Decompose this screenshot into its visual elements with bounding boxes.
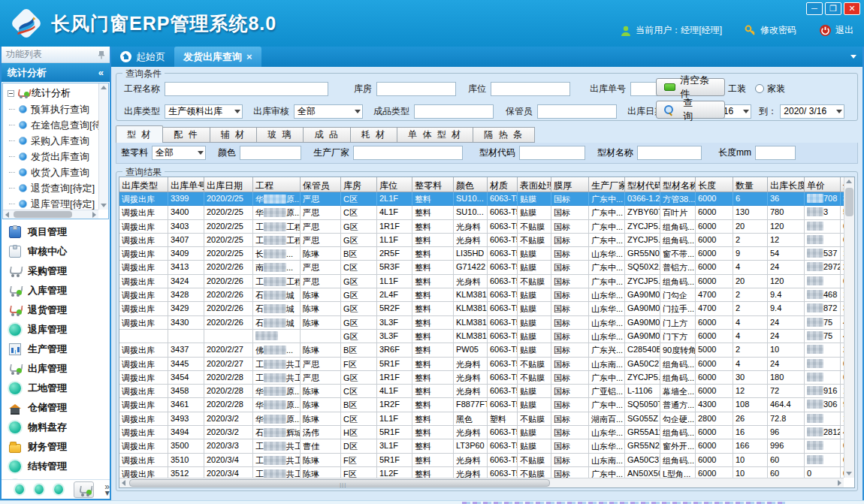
table-row[interactable]: G区3L3F整料KLM38176063-T5贴膜国标山东华...GA90M09.… bbox=[119, 330, 844, 343]
scroll-up-icon[interactable] bbox=[846, 180, 852, 183]
footer-more-button[interactable]: »▾ bbox=[104, 484, 110, 496]
keeper-input[interactable] bbox=[537, 104, 617, 119]
scroll-up-icon[interactable] bbox=[101, 86, 107, 89]
material-tab-成品[interactable]: 成 品 bbox=[304, 127, 350, 143]
column-header-材质[interactable]: 材质 bbox=[488, 177, 518, 192]
table-row[interactable]: 调拨出库34942020/3/2石辉城汤伟H区5R1F整料光身料6063-T5贴… bbox=[119, 426, 844, 439]
table-row[interactable]: 调拨出库34002020/2/25华原...严思C区4L1F整料SU10...6… bbox=[119, 206, 844, 219]
table-row[interactable]: 调拨出库34612020/2/28华原...陈琳B区1R2F整料F8877FT6… bbox=[119, 398, 844, 412]
column-header-生产厂家[interactable]: 生产厂家 bbox=[589, 177, 625, 192]
out-type-select[interactable]: 生产领料出库 bbox=[165, 104, 243, 119]
scroll-down-icon[interactable] bbox=[101, 204, 107, 207]
column-header-出库单号[interactable]: 出库单号 bbox=[168, 177, 204, 192]
table-row[interactable]: 调拨出库34372020/2/27佛...陈琳B区3R6F整料PW056063-… bbox=[119, 343, 844, 357]
tree-hscroll-thumb[interactable] bbox=[14, 211, 72, 218]
material-tab-配件[interactable]: 配 件 bbox=[163, 127, 210, 143]
sidebar-item-财务管理[interactable]: 财务管理 bbox=[2, 437, 110, 457]
search-button[interactable]: 查 询 bbox=[656, 101, 725, 119]
column-header-颜色[interactable]: 颜色 bbox=[454, 177, 488, 192]
collapse-icon[interactable]: « bbox=[98, 67, 104, 78]
footer-dot-icon[interactable] bbox=[35, 484, 44, 494]
material-tab-单体型材[interactable]: 单 体 型 材 bbox=[397, 127, 473, 143]
grid-vscroll-thumb[interactable] bbox=[845, 188, 853, 216]
clear-conditions-button[interactable]: 清空条件 bbox=[656, 78, 725, 96]
column-header-长度[interactable]: 长度 bbox=[696, 177, 733, 192]
table-row[interactable]: 调拨出库34932020/3/2华原...陈琳C区1L1F整料黑色塑料不贴膜国标… bbox=[119, 412, 844, 426]
audit-select[interactable]: 全部 bbox=[294, 104, 363, 119]
column-header-单价[interactable]: 单价 bbox=[805, 177, 841, 192]
maker-input[interactable] bbox=[353, 146, 463, 160]
material-tab-玻璃[interactable]: 玻 璃 bbox=[257, 127, 304, 143]
sidebar-group-statistics[interactable]: 统计分析 « bbox=[2, 63, 110, 82]
tab-home[interactable]: 起始页 bbox=[111, 47, 174, 67]
tree-item[interactable]: 发货出库查询 bbox=[3, 149, 108, 164]
grid-horizontal-scrollbar[interactable]: ||| bbox=[119, 478, 844, 487]
tree-item[interactable]: 采购入库查询 bbox=[3, 133, 108, 149]
column-header-型材名称[interactable]: 型材名称 bbox=[660, 177, 696, 192]
sidebar-item-仓储管理[interactable]: 仓储管理 bbox=[2, 398, 110, 418]
material-tab-辅材[interactable]: 辅 材 bbox=[210, 127, 257, 143]
color-input[interactable] bbox=[240, 146, 301, 160]
column-header-库房[interactable]: 库房 bbox=[341, 177, 377, 192]
whole-part-select[interactable]: 全部 bbox=[152, 146, 206, 160]
minimize-button[interactable]: ─ bbox=[806, 2, 823, 15]
column-header-出库类型[interactable]: 出库类型 bbox=[119, 177, 168, 192]
tree-expander-icon[interactable] bbox=[8, 90, 14, 97]
sidebar-item-采购管理[interactable]: 采购管理 bbox=[2, 261, 110, 281]
grid-hscroll-thumb[interactable]: ||| bbox=[129, 479, 550, 487]
table-row[interactable]: 调拨出库34282020/2/26石城陈琳G区2L4F整料KLM38176063… bbox=[119, 288, 844, 302]
column-header-整零料[interactable]: 整零料 bbox=[412, 177, 454, 192]
column-header-出库长度[interactable]: 出库长度 bbox=[768, 177, 805, 192]
tree-root-statistics[interactable]: 统计分析 bbox=[3, 83, 108, 101]
close-button[interactable]: ✕ bbox=[844, 2, 860, 15]
radio-home[interactable]: 家装 bbox=[755, 83, 785, 95]
sidebar-item-审核中心[interactable]: 审核中心 bbox=[2, 242, 110, 261]
tree-item[interactable]: 预算执行查询 bbox=[3, 101, 108, 117]
tabbar-dropdown-icon[interactable] bbox=[850, 55, 856, 59]
tree-item[interactable]: 收货入库查询 bbox=[3, 164, 108, 180]
project-name-input[interactable] bbox=[165, 82, 328, 96]
table-row[interactable]: 调拨出库34132020/2/26南...严思C区5R3F整料G71422606… bbox=[119, 261, 844, 274]
footer-dot-icon[interactable] bbox=[15, 484, 24, 494]
table-row[interactable]: 调拨出库34032020/2/25工工程严思G区1R1F整料光身料6063-T5… bbox=[119, 220, 844, 234]
material-tab-隔热条[interactable]: 隔 热 条 bbox=[473, 127, 535, 143]
sidebar-item-工地管理[interactable]: 工地管理 bbox=[2, 379, 110, 398]
table-row[interactable]: 调拨出库35002020/3/3工共工程曹佳D区3L1F整料LT3P606063… bbox=[119, 439, 844, 453]
sidebar-item-入库管理[interactable]: 入库管理 bbox=[2, 281, 110, 300]
table-row[interactable]: 调拨出库34582020/2/28华原...陈琳C区4L1F整料光身料6063-… bbox=[119, 385, 844, 398]
column-header-表面处理[interactable]: 表面处理 bbox=[518, 177, 551, 192]
column-header-工程[interactable]: 工程 bbox=[253, 177, 301, 192]
material-tab-型材[interactable]: 型 材 bbox=[116, 125, 163, 143]
table-row[interactable]: 调拨出库34452020/2/27工共工程严思F区5R1F整料光身料6063-T… bbox=[119, 358, 844, 371]
pin-icon[interactable] bbox=[98, 50, 105, 59]
logout-button[interactable]: 退出 bbox=[819, 24, 853, 37]
footer-dot-icon[interactable] bbox=[54, 484, 63, 494]
sidebar-item-出库管理[interactable]: 出库管理 bbox=[2, 359, 110, 379]
sidebar-item-退库管理[interactable]: 退库管理 bbox=[2, 320, 110, 340]
sidebar-item-生产管理[interactable]: 生产管理 bbox=[2, 340, 110, 359]
tree-item[interactable]: 在途信息查询[待 bbox=[3, 117, 108, 133]
column-header-型材代码[interactable]: 型材代码 bbox=[625, 177, 660, 192]
material-tab-耗材[interactable]: 耗 材 bbox=[351, 127, 397, 143]
table-row[interactable]: 调拨出库34072020/2/25工工程严思G区1L1F整料光身料6063-T5… bbox=[119, 234, 844, 247]
column-header-保管员[interactable]: 保管员 bbox=[301, 177, 341, 192]
scroll-left-icon[interactable] bbox=[122, 480, 125, 486]
profile-name-input[interactable] bbox=[637, 146, 702, 160]
product-type-input[interactable] bbox=[414, 104, 494, 119]
table-row[interactable]: 调拨出库34302020/2/26石城陈琳G区3L3F整料KLM38176063… bbox=[119, 316, 844, 330]
table-row[interactable]: 调拨出库34242020/2/26工工程严思G区1L1F整料光身料6063-T5… bbox=[119, 275, 844, 288]
table-row[interactable]: 调拨出库35102020/3/4工共工程陈琳F区5R1F整料光身料6063-T5… bbox=[119, 454, 844, 467]
sidebar-item-物料盘存[interactable]: 物料盘存 bbox=[2, 418, 110, 437]
change-password-button[interactable]: 修改密码 bbox=[745, 24, 796, 37]
tree-horizontal-scrollbar[interactable] bbox=[3, 210, 98, 219]
table-row[interactable]: 调拨出库34542020/2/28工共工程严思G区1R1F整料光身料6063-T… bbox=[119, 371, 844, 385]
scroll-down-icon[interactable] bbox=[846, 472, 852, 475]
column-header-膜厚[interactable]: 膜厚 bbox=[551, 177, 589, 192]
scroll-left-icon[interactable] bbox=[5, 212, 9, 218]
column-header-库位[interactable]: 库位 bbox=[377, 177, 412, 192]
grid-vertical-scrollbar[interactable] bbox=[844, 177, 854, 478]
tab-close-icon[interactable]: × bbox=[246, 51, 252, 62]
column-header-出库日期[interactable]: 出库日期 bbox=[204, 177, 253, 192]
table-row[interactable]: 调拨出库33992020/2/25华原...严思C区2L1F整料SU10...6… bbox=[119, 192, 844, 206]
tree-item[interactable]: 退货查询[待定] bbox=[3, 180, 108, 196]
